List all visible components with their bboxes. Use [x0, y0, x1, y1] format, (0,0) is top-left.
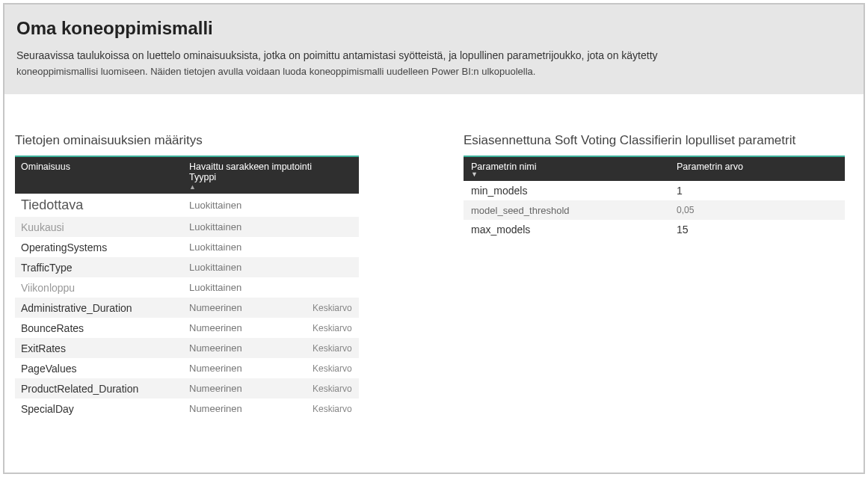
feature-cell: SpecialDay	[21, 403, 189, 415]
column-header-param-value[interactable]: Parametrin arvo	[677, 161, 743, 176]
column-header-type-line1: Havaittu sarakkeen imputointi	[189, 161, 313, 172]
feature-cell: Tiedottava	[21, 197, 189, 213]
parameters-table-header: Parametrin nimi ▼ Parametrin arvo	[464, 156, 845, 181]
table-row[interactable]: Viikonloppu Luokittainen	[15, 277, 359, 298]
parameters-table: Parametrin nimi ▼ Parametrin arvo min_mo…	[464, 156, 845, 239]
features-section: Tietojen ominaisuuksien määritys Ominais…	[15, 133, 359, 419]
feature-cell: Kuukausi	[21, 221, 189, 233]
sort-descending-icon: ▼	[471, 173, 677, 176]
param-name-cell: model_seed_threshold	[471, 205, 677, 216]
feature-cell: Viikonloppu	[21, 282, 189, 294]
table-row[interactable]: BounceRates Numeerinen Keskiarvo	[15, 318, 359, 338]
content-area: Tietojen ominaisuuksien määritys Ominais…	[4, 94, 864, 429]
features-section-title: Tietojen ominaisuuksien määritys	[15, 133, 359, 148]
param-value-cell: 0,05	[677, 205, 694, 215]
parameters-table-body: min_models 1 model_seed_threshold 0,05 m…	[464, 181, 845, 239]
sort-ascending-icon: ▲	[189, 183, 313, 191]
param-name-cell: max_models	[471, 224, 677, 236]
feature-cell: PageValues	[21, 363, 189, 375]
feature-cell: ExitRates	[21, 342, 189, 354]
table-row[interactable]: Kuukausi Luokittainen	[15, 217, 359, 237]
page-title: Oma koneoppimismalli	[16, 18, 852, 39]
type-cell: Numeerinen	[189, 403, 313, 414]
type-cell: Luokittainen	[189, 241, 313, 253]
type-cell: Luokittainen	[189, 262, 313, 273]
table-row[interactable]: ExitRates Numeerinen Keskiarvo	[15, 338, 359, 358]
param-name-cell: min_models	[471, 185, 677, 197]
type-cell: Numeerinen	[189, 383, 313, 394]
type-cell: Numeerinen	[189, 342, 313, 354]
feature-cell: BounceRates	[21, 322, 189, 334]
features-table-body: Tiedottava Luokittainen Kuukausi Luokitt…	[15, 194, 359, 419]
table-row[interactable]: OperatingSystems Luokittainen	[15, 237, 359, 257]
type-cell: Luokittainen	[189, 282, 313, 293]
features-table-header: Ominaisuus Havaittu sarakkeen imputointi…	[15, 156, 359, 194]
type-cell: Numeerinen	[189, 302, 313, 313]
feature-cell: TrafficType	[21, 262, 189, 274]
table-row[interactable]: max_models 15	[464, 220, 845, 239]
table-row[interactable]: TrafficType Luokittainen	[15, 257, 359, 277]
feature-cell: OperatingSystems	[21, 241, 189, 253]
description-line2: koneoppimismallisi luomiseen. Näiden tie…	[16, 66, 535, 77]
column-header-type[interactable]: Havaittu sarakkeen imputointi Tyyppi ▲	[189, 161, 313, 191]
column-header-type-line2: Tyyppi	[189, 172, 313, 182]
features-table: Ominaisuus Havaittu sarakkeen imputointi…	[15, 156, 359, 419]
report-header: Oma koneoppimismalli Seuraavissa tauluko…	[4, 4, 864, 94]
table-row[interactable]: Tiedottava Luokittainen	[15, 194, 359, 217]
type-cell: Numeerinen	[189, 322, 313, 333]
imputation-cell: Keskiarvo	[313, 303, 352, 313]
type-cell: Luokittainen	[189, 200, 313, 211]
table-row[interactable]: model_seed_threshold 0,05	[464, 200, 845, 220]
column-header-feature[interactable]: Ominaisuus	[21, 161, 189, 191]
param-value-cell: 15	[677, 224, 689, 236]
imputation-cell: Keskiarvo	[313, 343, 352, 354]
table-row[interactable]: PageValues Numeerinen Keskiarvo	[15, 358, 359, 378]
column-header-param-name-label: Parametrin nimi	[471, 161, 677, 172]
table-row[interactable]: min_models 1	[464, 181, 845, 200]
feature-cell: ProductRelated_Duration	[21, 383, 189, 395]
description-line1: Seuraavissa taulukoissa on luettelo omin…	[16, 49, 658, 61]
feature-cell: Administrative_Duration	[21, 302, 189, 314]
report-container: Oma koneoppimismalli Seuraavissa tauluko…	[3, 3, 865, 474]
imputation-cell: Keskiarvo	[313, 384, 352, 394]
imputation-cell: Keskiarvo	[313, 323, 352, 333]
page-description: Seuraavissa taulukoissa on luettelo omin…	[16, 48, 852, 79]
imputation-cell: Keskiarvo	[313, 404, 352, 414]
column-header-param-name[interactable]: Parametrin nimi ▼	[471, 161, 677, 176]
type-cell: Luokittainen	[189, 221, 313, 233]
imputation-cell: Keskiarvo	[313, 363, 352, 374]
parameters-section-title: Esiasennettuna Soft Voting Classifierin …	[464, 133, 845, 148]
table-row[interactable]: SpecialDay Numeerinen Keskiarvo	[15, 398, 359, 419]
type-cell: Numeerinen	[189, 363, 313, 374]
table-row[interactable]: ProductRelated_Duration Numeerinen Keski…	[15, 378, 359, 398]
table-row[interactable]: Administrative_Duration Numeerinen Keski…	[15, 298, 359, 318]
param-value-cell: 1	[677, 185, 683, 197]
parameters-section: Esiasennettuna Soft Voting Classifierin …	[464, 133, 845, 419]
